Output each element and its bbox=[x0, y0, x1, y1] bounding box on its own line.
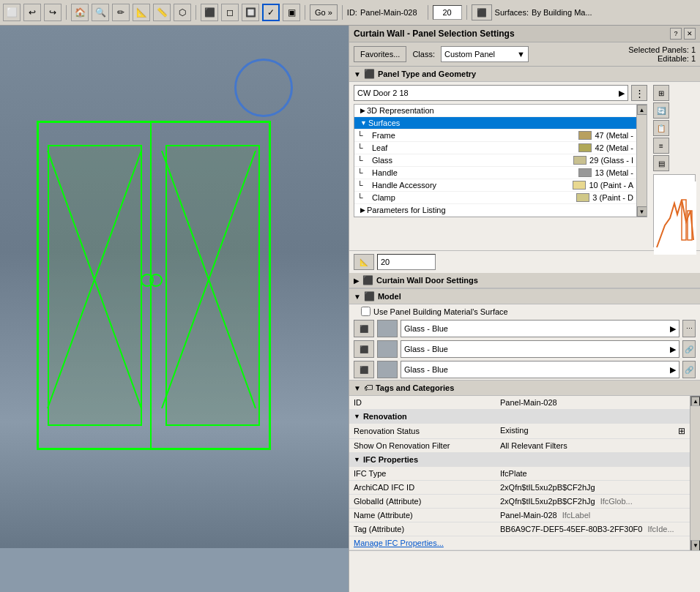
model-header[interactable]: ▼ ⬛ Model bbox=[349, 289, 700, 304]
scroll-down-btn[interactable]: ▼ bbox=[637, 206, 647, 217]
toolbar-btn-4[interactable]: 🏠 bbox=[71, 4, 89, 21]
help-button[interactable]: ? bbox=[670, 28, 682, 40]
tags-scroll-up[interactable]: ▲ bbox=[690, 396, 700, 406]
toolbar-btn-3[interactable]: ↪ bbox=[44, 4, 62, 21]
surfaces-icon-btn[interactable]: ⬛ bbox=[472, 4, 492, 20]
editable-text: Editable: 1 bbox=[628, 54, 696, 63]
use-panel-label: Use Panel Building Material's Surface bbox=[373, 307, 508, 316]
mat-dropdown-3[interactable]: Glass - Blue ▶ bbox=[401, 361, 679, 378]
quantity-icon: 📐 bbox=[354, 254, 374, 270]
preview-icon-btn-1[interactable]: ⊞ bbox=[653, 85, 669, 101]
ifc-arrow: ▼ bbox=[354, 456, 360, 463]
manage-ifc-link[interactable]: Manage IFC Properties... bbox=[354, 539, 444, 547]
tags-section: ▼ 🏷 Tags and Categories ID Panel-Main-02… bbox=[349, 381, 700, 551]
indent: └ bbox=[357, 168, 372, 177]
tree-items: ▶ 3D Representation ▼ Surfaces bbox=[354, 105, 636, 217]
toolbar-btn-6[interactable]: ✏ bbox=[112, 4, 130, 21]
leaf-value: 42 (Metal - bbox=[595, 143, 633, 152]
tree-item-glass[interactable]: └ Glass 29 (Glass - I bbox=[354, 154, 636, 167]
type-expand-btn[interactable]: ⋮ bbox=[631, 85, 647, 101]
3d-label: 3D Representation bbox=[367, 106, 633, 115]
separator-1 bbox=[66, 5, 67, 20]
toolbar-btn-10[interactable]: ⬛ bbox=[201, 4, 218, 21]
mat-link-3[interactable]: 🔗 bbox=[682, 361, 696, 378]
close-button[interactable]: ✕ bbox=[684, 28, 696, 40]
3d-arrow: ▶ bbox=[360, 107, 365, 114]
tree-item-leaf[interactable]: └ Leaf 42 (Metal - bbox=[354, 142, 636, 154]
indent: └ bbox=[357, 131, 372, 140]
tree-item-params[interactable]: ▶ Parameters for Listing bbox=[354, 204, 636, 217]
mat-color-3[interactable] bbox=[377, 361, 398, 378]
glass-value: 29 (Glass - I bbox=[589, 156, 633, 165]
toolbar-btn-2[interactable]: ↩ bbox=[23, 4, 41, 21]
quantity-field[interactable] bbox=[377, 254, 436, 270]
preview-icon-btn-3[interactable]: 📋 bbox=[653, 120, 669, 136]
mat-link-2[interactable]: 🔗 bbox=[682, 340, 696, 358]
renovation-arrow: ▼ bbox=[354, 413, 360, 420]
tree-item-surfaces[interactable]: ▼ Surfaces bbox=[354, 117, 636, 130]
clamp-label: Clamp bbox=[372, 193, 573, 202]
scroll-up-btn[interactable]: ▲ bbox=[637, 105, 647, 115]
toolbar-btn-8[interactable]: 📏 bbox=[153, 4, 171, 21]
toolbar-btn-7[interactable]: 📐 bbox=[133, 4, 150, 21]
preview-icon-btn-5[interactable]: ▤ bbox=[653, 155, 669, 171]
tags-scroll-down[interactable]: ▼ bbox=[690, 540, 700, 550]
tree-item-handle-acc[interactable]: └ Handle Accessory 10 (Paint - A bbox=[354, 179, 636, 192]
mat-color-2[interactable] bbox=[377, 340, 398, 358]
tags-header[interactable]: ▼ 🏷 Tags and Categories bbox=[349, 381, 700, 396]
tags-table: ID Panel-Main-028 ▼ Renovation bbox=[349, 396, 690, 550]
mat-expand-1[interactable]: ⋯ bbox=[682, 320, 696, 337]
quantity-input[interactable] bbox=[433, 5, 462, 20]
mat-icon-1: ⬛ bbox=[354, 320, 374, 337]
preview-icon-btn-2[interactable]: 🔄 bbox=[653, 102, 669, 119]
go-button[interactable]: Go » bbox=[310, 4, 338, 20]
selected-panels-text: Selected Panels: 1 bbox=[628, 45, 696, 54]
cw-door-header[interactable]: ▶ ⬛ Curtain Wall Door Settings bbox=[349, 273, 700, 288]
panel-type-section: ▼ ⬛ Panel Type and Geometry CW Door 2 18… bbox=[349, 67, 700, 251]
tags-scroll-track bbox=[690, 406, 700, 540]
toolbar-btn-5[interactable]: 🔍 bbox=[92, 4, 109, 21]
id-label: ID: bbox=[347, 8, 357, 17]
panel-type-header[interactable]: ▼ ⬛ Panel Type and Geometry bbox=[349, 67, 700, 82]
door-container bbox=[37, 121, 271, 450]
tag-text: BB6A9C7F-DEF5-45EF-80B3-2FF30F0 bbox=[500, 525, 642, 533]
ifc-type-value: IfcPlate bbox=[496, 467, 690, 481]
toolbar-btn-14[interactable]: ▣ bbox=[283, 4, 300, 21]
mat-color-1[interactable] bbox=[377, 320, 398, 337]
ifc-section-header[interactable]: ▼ IFC Properties bbox=[349, 453, 690, 466]
tree-item-clamp[interactable]: └ Clamp 3 (Paint - D bbox=[354, 192, 636, 204]
mat-dropdown-2[interactable]: Glass - Blue ▶ bbox=[401, 340, 679, 358]
panel-title: Curtain Wall - Panel Selection Settings bbox=[354, 29, 515, 39]
mat-dropdown-1[interactable]: Glass - Blue ▶ bbox=[401, 320, 679, 337]
tags-icon: 🏷 bbox=[364, 383, 373, 393]
indent: └ bbox=[357, 181, 372, 190]
separator-4 bbox=[342, 5, 343, 20]
toolbar-btn-12[interactable]: 🔲 bbox=[242, 4, 259, 21]
tree-scrollbar: ▲ ▼ bbox=[636, 105, 647, 217]
tags-title: Tags and Categories bbox=[376, 383, 454, 392]
favorites-button[interactable]: Favorites... bbox=[354, 46, 406, 62]
class-dropdown[interactable]: Custom Panel ▼ bbox=[441, 46, 529, 62]
toolbar-btn-1[interactable]: ⬜ bbox=[3, 4, 21, 21]
handle-color bbox=[578, 168, 592, 177]
renovation-status-row: Renovation Status Existing ⊞ bbox=[349, 424, 690, 439]
renovation-section-header[interactable]: ▼ Renovation bbox=[349, 410, 690, 423]
archicad-ifc-label: ArchiCAD IFC ID bbox=[349, 481, 496, 495]
class-label: Class: bbox=[412, 50, 435, 59]
model-section: ▼ ⬛ Model Use Panel Building Material's … bbox=[349, 289, 700, 381]
tags-id-label: ID bbox=[349, 396, 496, 410]
tree-item-frame[interactable]: └ Frame 47 (Metal - bbox=[354, 130, 636, 142]
params-label: Parameters for Listing bbox=[367, 206, 633, 214]
toolbar-btn-9[interactable]: ⬡ bbox=[174, 4, 191, 21]
archicad-ifc-row: ArchiCAD IFC ID 2xQfn$tIL5xu2pB$CF2hJg bbox=[349, 481, 690, 495]
tree-item-handle[interactable]: └ Handle 13 (Metal - bbox=[354, 167, 636, 179]
use-panel-checkbox[interactable] bbox=[361, 307, 371, 316]
ifc-type-label: IFC Type bbox=[349, 467, 496, 481]
type-dropdown[interactable]: CW Door 2 18 ▶ bbox=[354, 85, 628, 101]
toolbar-btn-13[interactable]: ✓ bbox=[262, 4, 280, 21]
preview-icon-btn-4[interactable]: ≡ bbox=[653, 138, 669, 154]
tree-item-3d[interactable]: ▶ 3D Representation bbox=[354, 105, 636, 117]
toolbar-btn-11[interactable]: ◻ bbox=[221, 4, 239, 21]
name-row: Name (Attribute) Panel-Main-028 IfcLabel bbox=[349, 509, 690, 522]
surfaces-arrow: ▼ bbox=[360, 119, 367, 127]
